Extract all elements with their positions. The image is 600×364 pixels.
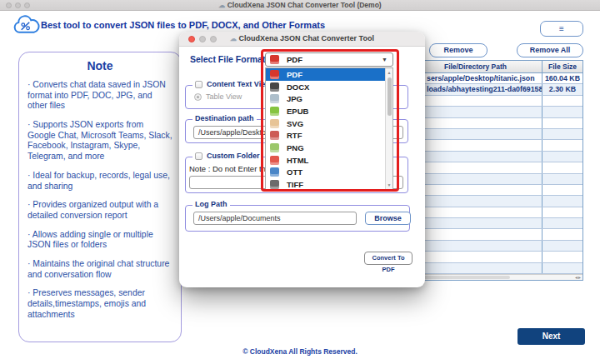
note-panel: Note · Converts chat data saved in JSON … [18, 52, 182, 342]
file-path-cell [409, 241, 542, 251]
next-button[interactable]: Next [518, 328, 585, 345]
format-option-html[interactable]: HTML [266, 154, 387, 167]
format-combobox-value: PDF [287, 55, 382, 64]
format-option-docx[interactable]: DOCX [266, 81, 387, 93]
file-size-cell [542, 241, 582, 251]
destination-path-label: Destination path [195, 114, 254, 122]
file-path-cell [409, 252, 542, 262]
format-option-label: DOCX [287, 82, 309, 92]
format-option-jpg[interactable]: JPG [266, 92, 387, 105]
remove-button[interactable]: Remove [429, 43, 488, 57]
format-combobox[interactable]: PDF ▼ [265, 52, 393, 67]
file-size-cell [542, 263, 582, 273]
scroll-down-icon[interactable]: ▼ [386, 182, 392, 187]
browse-button[interactable]: Browse [365, 212, 411, 225]
format-option-ott[interactable]: OTT [266, 167, 387, 179]
png-file-icon [270, 143, 279, 152]
format-option-label: PDF [287, 70, 302, 79]
file-size-cell [542, 129, 582, 139]
log-path-label: Log Path [195, 200, 228, 208]
modal-titlebar: ☁ CloudXena JSON Chat Converter Tool [179, 32, 425, 47]
app-window: ☁ CloudXena JSON Chat Converter Tool (De… [0, 0, 600, 364]
empty-table-row [409, 152, 582, 162]
file-size-cell [542, 107, 582, 117]
file-path-cell: loads/abhaytesting211-da0f69158a29 (2).j… [409, 84, 542, 94]
file-path-cell [409, 162, 542, 172]
empty-table-row [409, 107, 582, 117]
note-bullet: · Supports JSON exports from Google Chat… [28, 120, 172, 162]
cloudxena-logo-icon [12, 13, 40, 40]
tiff-file-icon [270, 180, 279, 189]
file-path-cell [409, 218, 542, 228]
file-path-cell [409, 263, 542, 273]
docx-file-icon [270, 82, 279, 92]
custom-folder-checkbox[interactable] [195, 152, 202, 160]
custom-folder-label: Custom Folder [207, 152, 260, 160]
file-size-cell [542, 207, 582, 217]
log-path-group: Log Path /Users/apple/Documents Browse [185, 205, 410, 232]
file-path-cell [409, 174, 542, 184]
pdf-file-icon [270, 70, 279, 79]
format-option-epub[interactable]: EPUB [266, 105, 387, 117]
convert-to-pdf-button[interactable]: Convert To PDF [364, 252, 412, 265]
file-row[interactable]: sers/apple/Desktop/titanic.json160.04 KB [409, 73, 582, 84]
scrollbar-arrows-icon[interactable]: ◂▸ [575, 274, 582, 280]
file-size-cell: 2.30 KB [542, 84, 582, 94]
empty-table-row [409, 241, 582, 252]
window-title: ☁ CloudXena JSON Chat Converter Tool (De… [0, 1, 600, 9]
ott-file-icon [270, 167, 279, 177]
format-option-svg[interactable]: SVG [266, 117, 387, 130]
log-path-input[interactable]: /Users/apple/Documents [193, 212, 357, 225]
chevron-down-icon: ▼ [382, 57, 388, 62]
empty-table-row [409, 129, 582, 140]
content-text-view-checkbox[interactable] [195, 81, 202, 88]
format-option-pdf[interactable]: PDF [266, 68, 387, 81]
table-view-radio[interactable] [194, 93, 202, 101]
dropdown-scrollbar[interactable]: ▲ ▼ [385, 68, 392, 189]
scroll-up-icon[interactable]: ▲ [386, 70, 392, 75]
content-text-view-label: Content Text View [207, 80, 271, 88]
note-bullet: · Allows adding single or multiple JSON … [28, 230, 172, 251]
file-size-cell [542, 96, 582, 106]
file-table: File/Directory Path File Size sers/apple… [408, 60, 583, 281]
empty-table-row [409, 162, 582, 173]
file-path-cell [409, 229, 542, 239]
file-path-cell [409, 152, 542, 162]
file-size-cell [542, 196, 582, 206]
note-bullets: · Converts chat data saved in JSON forma… [28, 80, 172, 320]
file-size-cell [542, 218, 582, 228]
table-view-label: Table View [206, 92, 242, 101]
note-bullet: · Maintains the original chat structure … [28, 259, 172, 280]
empty-table-row [409, 207, 582, 218]
hamburger-menu-button[interactable]: ≡ [540, 21, 583, 37]
note-bullet: · Ideal for backup, records, legal use, … [28, 171, 172, 192]
svg-file-icon [270, 119, 279, 128]
file-size-cell [542, 118, 582, 128]
pdf-file-icon [270, 55, 279, 64]
cloud-icon: ☁ [230, 35, 237, 42]
html-file-icon [270, 156, 279, 165]
format-option-label: HTML [287, 156, 308, 165]
format-option-label: TIFF [287, 180, 303, 189]
empty-table-row [409, 185, 582, 196]
file-size-cell [542, 229, 582, 239]
select-file-format-label: Select File Format [190, 54, 265, 64]
format-option-tiff[interactable]: TIFF [266, 178, 387, 191]
empty-table-row [409, 140, 582, 151]
file-path-cell [409, 118, 542, 128]
converter-modal: ☁ CloudXena JSON Chat Converter Tool Sel… [179, 32, 425, 287]
empty-table-row [409, 118, 582, 129]
file-path-cell [409, 196, 542, 206]
remove-all-button[interactable]: Remove All [517, 43, 583, 57]
horizontal-scrollbar[interactable]: ◂▸ [409, 274, 582, 280]
file-size-cell [542, 162, 582, 172]
note-bullet: · Provides organized output with a detai… [28, 200, 172, 221]
file-row[interactable]: loads/abhaytesting211-da0f69158a29 (2).j… [409, 84, 582, 95]
file-path-cell [409, 107, 542, 117]
file-size-cell [542, 185, 582, 195]
format-option-png[interactable]: PNG [266, 142, 387, 154]
empty-table-row [409, 252, 582, 262]
scrollbar-thumb[interactable] [410, 276, 510, 279]
dropdown-scrollbar-thumb[interactable] [388, 77, 392, 116]
format-option-rtf[interactable]: RTF [266, 129, 387, 142]
